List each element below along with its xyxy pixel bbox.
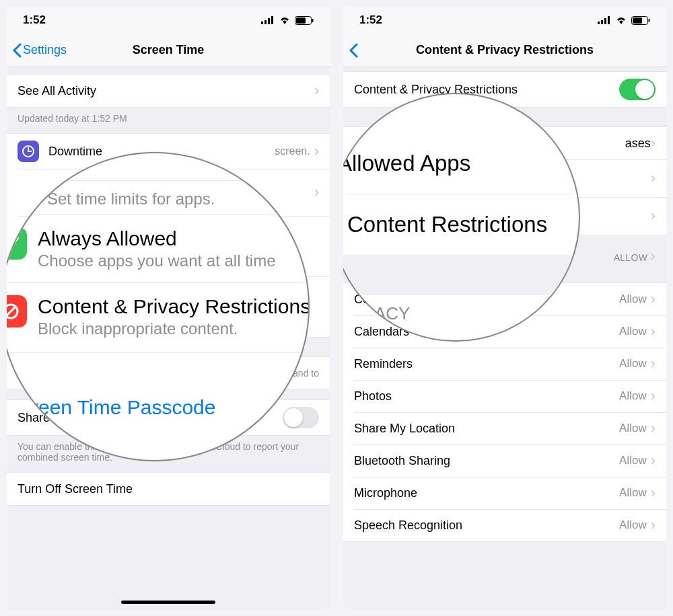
- chevron-right-icon: ›: [651, 208, 656, 223]
- row-label: Speech Recognition: [354, 518, 619, 533]
- battery-icon: [295, 16, 314, 25]
- status-icons: [261, 16, 314, 25]
- privacy-row-photos[interactable]: PhotosAllow›: [343, 380, 666, 412]
- svg-rect-3: [271, 16, 273, 24]
- privacy-row-bluetooth-sharing[interactable]: Bluetooth SharingAllow›: [343, 445, 666, 477]
- row-detail: Allow: [619, 486, 647, 500]
- svg-rect-15: [633, 17, 642, 24]
- chevron-right-icon: ›: [651, 136, 656, 151]
- mag-cp-title: Content & Privacy Restrictions: [38, 295, 310, 317]
- mag-always-sub: Choose apps you want at all time: [38, 252, 302, 270]
- cellular-icon: [598, 16, 611, 24]
- chevron-right-icon: ›: [314, 83, 319, 98]
- svg-rect-2: [268, 18, 270, 24]
- mag-cp-sub: Block inappropriate content.: [38, 320, 310, 338]
- phone-right: 1:52 Content & Privacy Restrictions Cont…: [343, 7, 666, 609]
- chevron-right-icon: ›: [650, 247, 656, 264]
- back-label: Settings: [23, 43, 67, 57]
- chevron-right-icon: ›: [314, 144, 319, 159]
- chevron-right-icon: ›: [314, 185, 319, 200]
- chevron-right-icon: ›: [651, 356, 656, 371]
- cellular-icon: [261, 16, 275, 24]
- row-detail: Allow: [619, 293, 647, 306]
- chevron-right-icon: ›: [651, 486, 656, 500]
- mag-allowed-apps[interactable]: Allowed Apps: [343, 151, 470, 176]
- row-detail: Allow: [619, 357, 647, 371]
- updated-footer: Updated today at 1:52 PM: [7, 108, 330, 133]
- nav-bar: Settings Screen Time: [7, 34, 330, 67]
- svg-rect-5: [296, 17, 306, 24]
- downtime-trailing: screen.: [275, 145, 310, 157]
- chevron-right-icon: ›: [651, 421, 656, 436]
- row-detail: Allow: [619, 389, 647, 403]
- row-see-all-activity[interactable]: See All Activity ›: [7, 75, 330, 107]
- row-label: Share My Location: [354, 422, 619, 436]
- chevron-right-icon: ›: [651, 389, 656, 403]
- status-time: 1:52: [359, 13, 382, 27]
- svg-rect-10: [598, 22, 600, 24]
- row-label: Microphone: [354, 486, 619, 500]
- nav-bar: Content & Privacy Restrictions: [343, 34, 666, 67]
- chevron-right-icon: ›: [651, 324, 656, 339]
- status-icons: [598, 16, 650, 25]
- svg-rect-11: [601, 20, 603, 24]
- privacy-row-microphone[interactable]: MicrophoneAllow›: [343, 477, 666, 509]
- svg-line-9: [7, 306, 16, 316]
- magnifier-left: Set time limits for apps. Always Allowed…: [7, 152, 310, 461]
- chevron-right-icon: ›: [651, 171, 656, 186]
- content-privacy-icon: [7, 295, 27, 328]
- row-turn-off-screen-time[interactable]: Turn Off Screen Time: [7, 473, 330, 505]
- mag-content-restrictions[interactable]: Content Restrictions: [347, 212, 547, 237]
- battery-icon: [631, 16, 650, 25]
- row-detail: Allow: [619, 518, 647, 532]
- content-privacy-toggle[interactable]: [619, 79, 656, 100]
- wifi-icon: [279, 16, 291, 24]
- share-toggle[interactable]: [283, 407, 319, 428]
- chevron-right-icon: ›: [651, 292, 656, 307]
- status-bar: 1:52: [7, 7, 330, 34]
- row-label: Reminders: [354, 357, 619, 371]
- svg-rect-13: [608, 16, 610, 24]
- privacy-row-speech-recognition[interactable]: Speech RecognitionAllow›: [343, 509, 666, 541]
- svg-rect-1: [264, 20, 267, 24]
- row-label: Photos: [354, 389, 619, 403]
- phone-left: 1:52 Settings Screen Time See All Activi…: [7, 7, 330, 609]
- row-label: Turn Off Screen Time: [17, 482, 319, 496]
- svg-rect-12: [604, 18, 606, 24]
- row-detail: Allow: [619, 325, 647, 338]
- svg-rect-16: [649, 19, 650, 22]
- row-label: Bluetooth Sharing: [354, 454, 619, 468]
- chevron-left-icon: [12, 43, 22, 58]
- row-label: Content & Privacy Restrictions: [354, 83, 619, 97]
- status-bar: 1:52: [343, 7, 666, 34]
- mag-always-title: Always Allowed: [38, 227, 302, 249]
- svg-rect-6: [312, 19, 314, 22]
- privacy-row-share-my-location[interactable]: Share My LocationAllow›: [343, 412, 666, 445]
- privacy-top-allow: Allow: [614, 252, 648, 263]
- status-time: 1:52: [23, 13, 46, 27]
- downtime-icon: [17, 141, 39, 162]
- row-detail: Allow: [619, 454, 647, 467]
- row-content-privacy-toggle[interactable]: Content & Privacy Restrictions: [343, 72, 666, 107]
- page-title: Content & Privacy Restrictions: [343, 43, 666, 57]
- chevron-right-icon: ›: [651, 453, 656, 468]
- back-button[interactable]: Settings: [7, 43, 67, 58]
- row-label: See All Activity: [17, 84, 314, 98]
- row-detail: Allow: [619, 422, 647, 435]
- chevron-left-icon: [349, 43, 358, 58]
- home-indicator: [121, 601, 215, 604]
- back-button[interactable]: [343, 43, 358, 58]
- chevron-right-icon: ›: [651, 518, 656, 533]
- svg-rect-0: [261, 22, 263, 24]
- privacy-row-reminders[interactable]: RemindersAllow›: [343, 348, 666, 380]
- wifi-icon: [615, 16, 627, 24]
